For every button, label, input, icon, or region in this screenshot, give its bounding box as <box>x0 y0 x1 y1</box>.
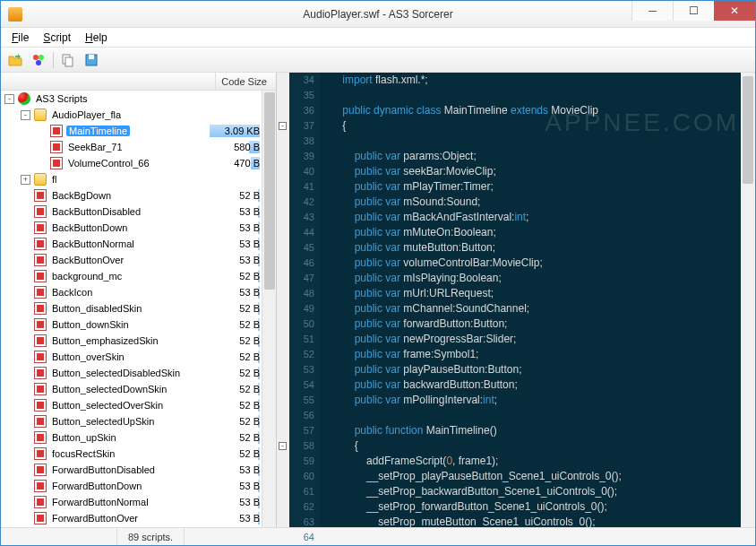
line-number: 57 <box>289 423 314 438</box>
tree-scroll-thumb[interactable] <box>264 92 275 290</box>
code-line <box>331 408 741 423</box>
code-line: public var mUrl:URLRequest; <box>331 286 741 301</box>
expander-blank <box>21 368 30 378</box>
tree-folder[interactable]: +fl <box>1 171 276 187</box>
tree-label: BackIcon <box>50 287 94 298</box>
expander-icon[interactable]: + <box>21 175 30 185</box>
minimize-button[interactable]: ─ <box>631 1 673 21</box>
line-number: 53 <box>289 362 314 377</box>
tree-row[interactable]: ForwardButtonDisabled53 B <box>1 462 276 478</box>
tree-row[interactable]: Button_emphasizedSkin52 B <box>1 333 276 349</box>
svg-point-0 <box>33 55 39 60</box>
tree-row[interactable]: Button_selectedUpSkin52 B <box>1 413 276 429</box>
line-number: 43 <box>289 210 314 225</box>
tree-row[interactable]: VolumeControl_66470 B <box>1 155 276 171</box>
fold-toggle-icon[interactable]: - <box>279 442 287 450</box>
code-line: public var mMuteOn:Boolean; <box>331 225 741 240</box>
open-file-icon[interactable] <box>6 51 24 69</box>
script-icon <box>34 480 47 492</box>
code-line <box>331 88 741 103</box>
code-line: public var seekBar:MovieClip; <box>331 164 741 179</box>
window-controls: ─ ☐ ✕ <box>631 1 755 21</box>
code-line: __setProp_muteButton_Scene1_uiControls_0… <box>331 515 741 527</box>
svg-rect-6 <box>89 55 94 59</box>
line-number: 49 <box>289 301 314 316</box>
script-icon <box>34 286 47 299</box>
menu-help[interactable]: Help <box>80 30 113 46</box>
size-value: 580 B <box>211 142 260 152</box>
expander-blank <box>37 126 47 136</box>
tree-row[interactable]: BackButtonDisabled53 B <box>1 204 276 220</box>
tree-row[interactable]: BackButtonDown53 B <box>1 220 276 236</box>
code-line: public var forwardButton:Button; <box>331 316 741 332</box>
tree-header-size[interactable]: Code Size <box>215 73 276 90</box>
code-line: import flash.xml.*; <box>331 73 741 88</box>
tree-folder[interactable]: -AudioPlayer_fla <box>1 107 276 123</box>
code-line: __setProp_playPauseButton_Scene1_uiContr… <box>331 469 741 484</box>
tree-label: fl <box>50 174 59 185</box>
tree-row[interactable]: ForwardButtonNormal53 B <box>1 494 276 510</box>
tree-row[interactable]: BackButtonNormal53 B <box>1 236 276 252</box>
titlebar: AudioPlayer.swf - AS3 Sorcerer ─ ☐ ✕ <box>1 1 755 28</box>
tree-label: ForwardButtonDown <box>50 481 143 491</box>
window-title: AudioPlayer.swf - AS3 Sorcerer <box>303 8 452 21</box>
tree-body[interactable]: -AS3 Scripts-AudioPlayer_flaMainTimeline… <box>1 91 276 527</box>
fold-gutter[interactable]: -- <box>277 73 289 527</box>
line-number: 37 <box>289 118 314 134</box>
fold-toggle-icon[interactable]: - <box>279 122 287 130</box>
tree-label: MainTimeline <box>66 126 130 136</box>
expander-icon[interactable]: - <box>4 94 14 104</box>
tree-row[interactable]: ForwardButtonOver53 B <box>1 510 276 526</box>
tree-row[interactable]: Button_upSkin52 B <box>1 429 276 446</box>
tree-root[interactable]: -AS3 Scripts <box>1 91 276 107</box>
as3-scripts-icon <box>18 92 30 105</box>
code-line: { <box>331 118 741 134</box>
tree-header-name[interactable] <box>1 73 215 90</box>
tree-row[interactable]: Button_disabledSkin52 B <box>1 300 276 316</box>
line-number: 54 <box>289 377 314 393</box>
tree-label: Button_selectedDownSkin <box>50 384 168 394</box>
tree-scrollbar[interactable] <box>262 91 276 527</box>
folder-icon <box>34 108 47 121</box>
decompile-icon[interactable] <box>30 51 47 69</box>
tree-row[interactable]: BackButtonOver53 B <box>1 252 276 268</box>
copy-icon[interactable] <box>59 51 77 69</box>
tree-row[interactable]: BackBgDown52 B <box>1 187 276 204</box>
tree-row[interactable]: ForwardButtonDown53 B <box>1 478 276 494</box>
tree-row[interactable]: focusRectSkin52 B <box>1 446 276 462</box>
tree-row[interactable]: BackIcon53 B <box>1 284 276 300</box>
tree-row[interactable]: background_mc52 B <box>1 268 276 284</box>
expander-blank <box>21 288 30 298</box>
tree-row[interactable]: ForwardIcon53 B <box>1 526 276 527</box>
script-icon <box>34 447 47 460</box>
code-line: public var mPlayTimer:Timer; <box>331 179 741 195</box>
tree-label: Button_disabledSkin <box>50 303 143 314</box>
script-icon <box>34 270 47 282</box>
save-icon[interactable] <box>82 51 100 69</box>
tree-row[interactable]: Button_overSkin52 B <box>1 349 276 365</box>
tree-row[interactable]: SeekBar_71580 B <box>1 139 276 155</box>
size-value: 53 B <box>211 255 260 265</box>
menu-file[interactable]: File <box>6 30 34 46</box>
status-cell-1 <box>1 528 117 545</box>
line-number: 34 <box>289 73 314 88</box>
maximize-button[interactable]: ☐ <box>673 1 714 21</box>
tree-row[interactable]: MainTimeline3.09 KB <box>1 123 276 139</box>
close-button[interactable]: ✕ <box>714 1 755 21</box>
code-line: public var mSound:Sound; <box>331 195 741 210</box>
menu-script[interactable]: Script <box>38 30 76 46</box>
line-number: 42 <box>289 195 314 210</box>
expander-icon[interactable]: - <box>21 110 30 120</box>
tree-row[interactable]: Button_selectedDisabledSkin52 B <box>1 365 276 381</box>
size-value: 52 B <box>211 448 260 459</box>
script-icon <box>34 205 47 218</box>
code-scroll-thumb[interactable] <box>743 76 753 184</box>
size-value: 52 B <box>211 368 260 378</box>
tree-row[interactable]: Button_downSkin52 B <box>1 316 276 333</box>
tree-label: Button_downSkin <box>50 319 131 330</box>
tree-row[interactable]: Button_selectedOverSkin52 B <box>1 397 276 413</box>
code-scrollbar[interactable] <box>741 73 755 527</box>
tree-row[interactable]: Button_selectedDownSkin52 B <box>1 381 276 397</box>
code-line: public var mBackAndFastInterval:int; <box>331 210 741 225</box>
code-area[interactable]: import flash.xml.*; public dynamic class… <box>320 73 741 527</box>
